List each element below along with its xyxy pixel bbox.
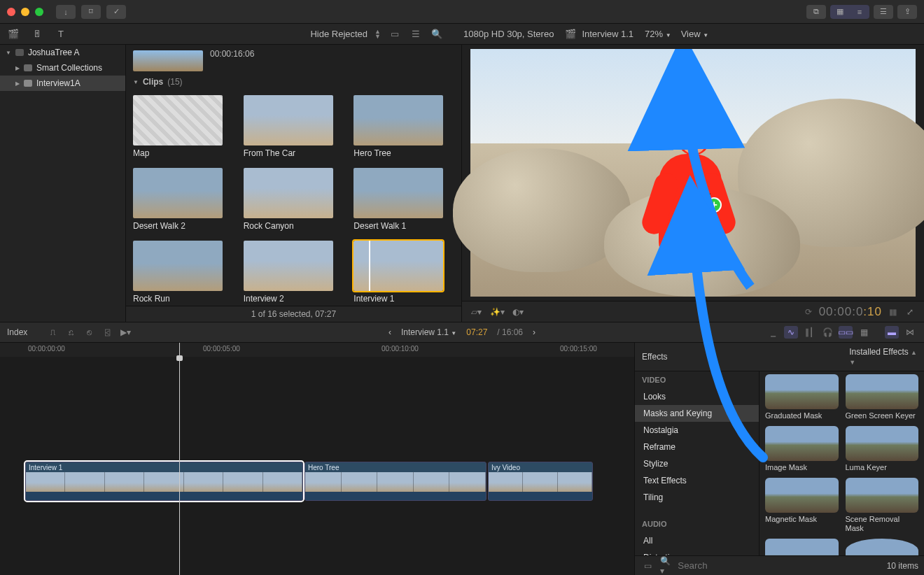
- view-menu[interactable]: View ▼: [681, 29, 709, 39]
- clip-thumb[interactable]: [354, 95, 443, 145]
- tool-select[interactable]: ▶▾: [118, 326, 132, 339]
- playhead[interactable]: [179, 343, 180, 575]
- effects-search[interactable]: 🔍▾: [660, 556, 881, 576]
- timeline-clip[interactable]: Hero Tree: [304, 462, 486, 501]
- effects-category[interactable]: Nostalgia: [635, 422, 759, 439]
- skimming-icon[interactable]: ⎯: [766, 326, 780, 339]
- mask-subject: [635, 123, 742, 276]
- timeline-clip[interactable]: Interview 1: [25, 462, 303, 501]
- share-button[interactable]: ⇪: [897, 5, 917, 19]
- clip-thumb[interactable]: [244, 95, 333, 145]
- timeline-clip[interactable]: Ivy Video: [488, 462, 593, 501]
- timeline-prev[interactable]: ‹: [388, 327, 391, 337]
- extensions-button[interactable]: ⧉: [806, 5, 826, 19]
- effects-category[interactable]: All: [635, 532, 759, 549]
- effects-category[interactable]: Reframe: [635, 439, 759, 455]
- effects-category[interactable]: Tiling: [635, 489, 759, 506]
- effect-thumb[interactable]: [846, 426, 919, 461]
- effects-category[interactable]: Looks: [635, 388, 759, 405]
- close-window[interactable]: [7, 8, 15, 16]
- clip-thumb[interactable]: [133, 168, 223, 218]
- retime-tool[interactable]: ◐▾: [511, 306, 525, 318]
- overwrite-clip-icon[interactable]: ⍃: [100, 326, 114, 339]
- effect-name: Luma Keyer: [846, 463, 919, 472]
- clip-thumb[interactable]: [244, 168, 333, 218]
- search-icon: 🔍▾: [660, 556, 673, 576]
- library-row[interactable]: ▼JoshuaTree A: [0, 45, 125, 60]
- effect-name: Image Mask: [765, 463, 839, 472]
- fullscreen-viewer[interactable]: ⤢: [903, 306, 917, 318]
- effect-thumb[interactable]: [765, 539, 839, 555]
- browser-footer: 1 of 16 selected, 07:27: [126, 306, 461, 322]
- timeline-ruler[interactable]: 00:00:00:0000:00:05:0000:00:10:0000:00:1…: [0, 343, 634, 357]
- effects-category[interactable]: Masks and Keying: [635, 405, 759, 422]
- import-button[interactable]: ↓: [56, 5, 76, 19]
- category-header: VIDEO: [635, 371, 759, 388]
- effects-category[interactable]: Distortion: [635, 549, 759, 555]
- browser-hero-thumb[interactable]: [133, 50, 203, 71]
- keyword-button[interactable]: ⌑: [81, 5, 101, 19]
- background-tasks-button[interactable]: ✓: [106, 5, 126, 19]
- effects-browser-icon[interactable]: ▭▭: [839, 326, 853, 339]
- snapping-icon[interactable]: 🎧: [820, 326, 834, 339]
- effect-name: Magnetic Mask: [765, 515, 839, 524]
- clip-thumb[interactable]: [354, 168, 443, 218]
- effects-scope[interactable]: Installed Effects ▲▼: [849, 347, 917, 367]
- filter-stepper-icon[interactable]: ▲▼: [374, 29, 381, 39]
- clip-thumb[interactable]: [133, 95, 223, 145]
- connect-clip-icon[interactable]: ⎍: [46, 326, 59, 339]
- timeline-dual-icon[interactable]: ⋈: [903, 326, 917, 339]
- search-icon[interactable]: 🔍: [430, 28, 444, 41]
- effects-category[interactable]: Stylize: [635, 455, 759, 472]
- transform-tool[interactable]: ▱▾: [469, 306, 483, 318]
- ruler-tick: 00:00:05:00: [203, 345, 240, 353]
- effects-category[interactable]: Text Effects: [635, 472, 759, 489]
- clip-thumb[interactable]: [133, 241, 223, 291]
- clip-filter[interactable]: Hide Rejected: [310, 29, 368, 39]
- append-clip-icon[interactable]: ⎋: [82, 326, 96, 339]
- timeline-index-button[interactable]: Index: [7, 327, 27, 337]
- clip-name: Desert Walk 2: [133, 221, 234, 231]
- timeline-project[interactable]: Interview 1.1 ▼: [401, 327, 456, 337]
- event-row[interactable]: ▶Interview1A: [0, 76, 125, 91]
- clip-thumb[interactable]: [244, 241, 333, 291]
- workspace-default[interactable]: ▦: [830, 5, 850, 19]
- effect-name: Graduated Mask: [765, 411, 839, 420]
- list-toggle[interactable]: ☰: [409, 28, 423, 41]
- inspector-button[interactable]: ☰: [874, 5, 893, 19]
- minimize-window[interactable]: [21, 8, 29, 16]
- effect-thumb[interactable]: [846, 478, 919, 513]
- clips-header[interactable]: ▼ Clips (15): [126, 74, 461, 90]
- playhead-loop-icon[interactable]: ⟳: [805, 307, 812, 317]
- transitions-icon[interactable]: ▦: [857, 326, 871, 339]
- media-icon[interactable]: 🎚: [29, 27, 45, 42]
- effect-thumb[interactable]: [765, 478, 839, 513]
- filmstrip-toggle[interactable]: ▭: [388, 28, 402, 41]
- main-area: ▼JoshuaTree A ▶Smart Collections ▶Interv…: [0, 45, 924, 322]
- enhance-tool[interactable]: ✨▾: [490, 306, 504, 318]
- effects-search-input[interactable]: [678, 560, 881, 571]
- viewer-zoom[interactable]: 72% ▼: [645, 29, 671, 39]
- effects-view-toggle[interactable]: ▭: [640, 560, 654, 572]
- viewer-canvas[interactable]: ◤ +: [470, 49, 916, 297]
- fullscreen-window[interactable]: [35, 8, 43, 16]
- audio-skim-icon[interactable]: ∿: [784, 326, 798, 339]
- solo-icon[interactable]: ∥⎮: [802, 326, 816, 339]
- workspace-alt[interactable]: ≡: [850, 5, 869, 19]
- project-name: Interview 1.1: [582, 29, 634, 39]
- timeline[interactable]: 00:00:00:0000:00:05:0000:00:10:0000:00:1…: [0, 343, 634, 575]
- effect-thumb[interactable]: [765, 426, 839, 461]
- effect-thumb[interactable]: [846, 374, 919, 409]
- library-icon[interactable]: 🎬: [6, 27, 21, 42]
- workspace-segment: ▦ ≡: [830, 5, 869, 19]
- timeline-browser-icon[interactable]: ▬: [885, 326, 899, 339]
- clip-thumb[interactable]: [354, 241, 443, 291]
- effect-thumb[interactable]: [765, 374, 839, 409]
- insert-clip-icon[interactable]: ⎌: [64, 326, 78, 339]
- effect-thumb[interactable]: [846, 539, 919, 555]
- category-header: AUDIO: [635, 516, 759, 532]
- smart-collections-row[interactable]: ▶Smart Collections: [0, 60, 125, 76]
- timeline-next[interactable]: ›: [533, 327, 536, 337]
- folder-icon: [24, 64, 32, 71]
- titles-icon[interactable]: T: [53, 27, 69, 42]
